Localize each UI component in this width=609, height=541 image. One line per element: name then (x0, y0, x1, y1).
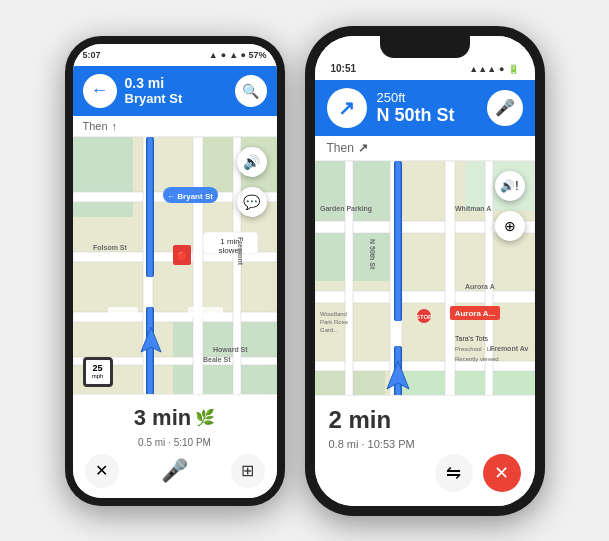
nav-street: Bryant St (125, 91, 227, 106)
android-status-bar: 5:07 ▲ ● ▲ ● 57% (73, 44, 277, 66)
signal-icon: ▲▲▲ (469, 64, 496, 74)
locate-button[interactable]: ⊕ (495, 211, 525, 241)
eta-row: 2 min (329, 406, 521, 434)
iphone-phone: 10:51 ▲▲▲ ● 🔋 ↗ 250ft N 50th St 🎤 (305, 26, 545, 516)
svg-text:← Bryant St: ← Bryant St (167, 192, 213, 201)
turn-arrow-box: ← (83, 74, 117, 108)
svg-rect-43 (395, 161, 400, 321)
svg-text:Aurora A...: Aurora A... (454, 309, 495, 318)
turn-arrow-icon: ↗ (338, 96, 355, 120)
android-bottom-bar: 3 min 🌿 0.5 mi · 5:10 PM ✕ 🎤 ⊞ (73, 394, 277, 498)
svg-rect-6 (73, 312, 277, 322)
bottom-actions: ✕ 🎤 ⊞ (85, 454, 265, 488)
svg-text:Recently viewed: Recently viewed (455, 356, 499, 362)
android-nav-bar: ← 0.3 mi Bryant St 🔍 (73, 66, 277, 116)
then-arrow-icon: ↑ (112, 120, 118, 132)
then-bar: Then ↑ (73, 116, 277, 137)
wifi-icon: ● (221, 50, 226, 60)
then-bar: Then ↗ (315, 136, 535, 161)
svg-rect-1 (73, 137, 133, 217)
eco-icon: 🌿 (195, 408, 215, 427)
cancel-button[interactable]: ✕ (483, 454, 521, 492)
then-label: Then (83, 120, 108, 132)
volume-button[interactable]: 🔊! (495, 171, 525, 201)
volume-button[interactable]: 🔊 (237, 147, 267, 177)
then-label: Then (327, 141, 354, 155)
svg-rect-14 (147, 307, 152, 397)
svg-text:Aurora A: Aurora A (465, 283, 495, 290)
svg-text:Fremont: Fremont (237, 237, 244, 266)
nav-info: 250ft N 50th St (377, 90, 477, 126)
wifi-icon: ● (499, 64, 504, 74)
mic-button[interactable]: 🎤 (161, 458, 188, 484)
speed-value: 25 (92, 364, 102, 373)
locate-icon: ⊕ (504, 218, 516, 234)
eta-details: 0.8 mi · 10:53 PM (329, 438, 521, 450)
eta-time: 3 min (134, 405, 191, 431)
android-time: 5:07 (83, 50, 101, 60)
battery-icon: 🔋 (508, 64, 519, 74)
turn-left-icon: ← (91, 80, 109, 101)
grid-button[interactable]: ⊞ (231, 454, 265, 488)
svg-text:Gard...: Gard... (320, 327, 339, 333)
svg-text:1 min: 1 min (220, 237, 240, 246)
battery-icon: ▲ ● 57% (229, 50, 266, 60)
svg-text:Beale St: Beale St (203, 356, 231, 363)
iphone-notch (380, 36, 470, 58)
android-screen: 5:07 ▲ ● ▲ ● 57% ← 0.3 mi Bryant St (73, 44, 277, 498)
svg-text:N 50th St: N 50th St (369, 239, 376, 270)
android-phone: 5:07 ▲ ● ▲ ● 57% ← 0.3 mi Bryant St (65, 36, 285, 506)
iphone-screen: 10:51 ▲▲▲ ● 🔋 ↗ 250ft N 50th St 🎤 (315, 36, 535, 506)
search-icon: 🔍 (242, 83, 259, 99)
svg-text:STOP: STOP (415, 314, 431, 320)
mic-icon: 🎤 (495, 98, 515, 117)
grid-icon: ⊞ (241, 461, 254, 480)
svg-rect-9 (193, 137, 203, 397)
speed-unit: mph (92, 373, 104, 379)
nav-info: 0.3 mi Bryant St (125, 75, 227, 106)
svg-text:Park Rose: Park Rose (320, 319, 349, 325)
cancel-icon: ✕ (95, 461, 108, 480)
android-map: ← Bryant St 🔴 1 min slower Folsom St Bea… (73, 137, 277, 397)
svg-rect-10 (233, 137, 241, 397)
volume-icon: 🔊 (243, 154, 260, 170)
iphone-bottom-bar: 2 min 0.8 mi · 10:53 PM ⇋ ✕ (315, 395, 535, 506)
bottom-actions: ⇋ ✕ (329, 454, 521, 492)
turn-arrow-box: ↗ (327, 88, 367, 128)
svg-rect-17 (188, 307, 223, 318)
iphone-time: 10:51 (331, 63, 357, 74)
eta-time: 2 min (329, 406, 392, 434)
message-button[interactable]: 💬 (237, 187, 267, 217)
svg-text:Folsom St: Folsom St (93, 244, 128, 251)
svg-text:Woodland: Woodland (320, 311, 347, 317)
signal-icon: ▲ (209, 50, 218, 60)
svg-text:Preschool · Lin...: Preschool · Lin... (455, 346, 500, 352)
speed-limit-badge: 25 mph (83, 357, 113, 387)
mic-button[interactable]: 🎤 (487, 90, 523, 126)
svg-text:Tara's Tots: Tara's Tots (455, 335, 489, 342)
svg-text:Howard St: Howard St (213, 346, 248, 353)
message-icon: 💬 (243, 194, 260, 210)
volume-icon: 🔊! (500, 179, 518, 193)
route-icon: ⇋ (446, 462, 461, 484)
search-button[interactable]: 🔍 (235, 75, 267, 107)
svg-text:Whitman A: Whitman A (455, 205, 491, 212)
svg-rect-12 (147, 137, 152, 277)
close-icon: ✕ (494, 462, 509, 484)
iphone-nav-bar: ↗ 250ft N 50th St 🎤 (315, 80, 535, 136)
eta-row: 3 min 🌿 (85, 405, 265, 431)
nav-distance: 0.3 mi (125, 75, 227, 91)
nav-street: N 50th St (377, 105, 477, 126)
eta-details: 0.5 mi · 5:10 PM (85, 437, 265, 448)
svg-rect-16 (108, 307, 138, 318)
then-arrow-icon: ↗ (358, 141, 368, 155)
iphone-status-icons: ▲▲▲ ● 🔋 (469, 64, 518, 74)
route-options-button[interactable]: ⇋ (435, 454, 473, 492)
svg-text:Garden Parking: Garden Parking (320, 205, 372, 213)
cancel-button[interactable]: ✕ (85, 454, 119, 488)
nav-distance: 250ft (377, 90, 477, 105)
svg-text:🔴: 🔴 (176, 250, 188, 262)
android-status-icons: ▲ ● ▲ ● 57% (209, 50, 267, 60)
mic-icon: 🎤 (161, 458, 188, 484)
